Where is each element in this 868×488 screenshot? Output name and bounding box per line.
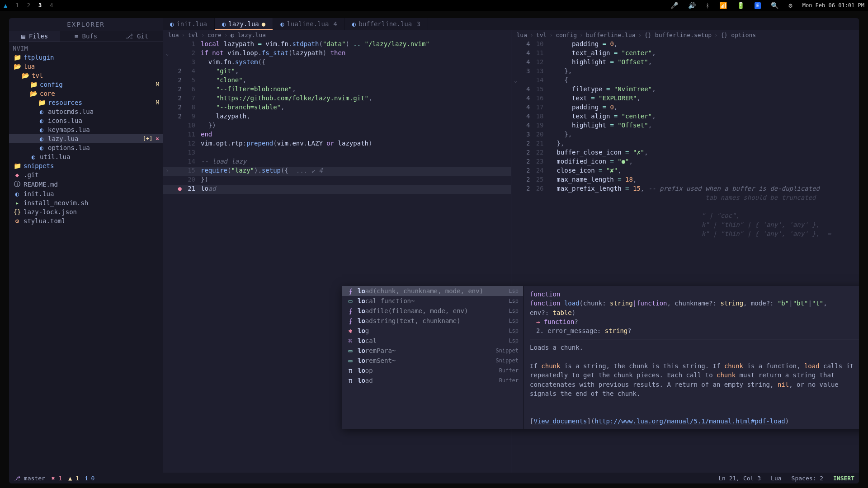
workspace-4[interactable]: 4 (50, 2, 53, 9)
breadcrumb-symbol[interactable]: {} options (721, 32, 756, 38)
tree-item[interactable]: ◐util.lua (9, 152, 163, 161)
search-icon[interactable]: 🔍 (771, 2, 778, 9)
tree-item[interactable]: {}lazy-lock.json (9, 207, 163, 216)
code-line[interactable]: 226 max_prefix_length = 15, -- prefix us… (511, 185, 859, 194)
code-line[interactable]: 3 vim.fn.system({ (163, 58, 511, 67)
wifi-icon[interactable]: 📶 (719, 2, 727, 9)
breadcrumb-item[interactable]: bufferline.lua (586, 32, 636, 38)
code-line[interactable]: 25 "clone", (163, 76, 511, 85)
completion-item[interactable]: ▭loremSent~Snippet (342, 356, 523, 366)
code-line[interactable]: 223 modified_icon = "●", (511, 158, 859, 167)
code-line[interactable]: 225 max_name_length = 18, (511, 176, 859, 185)
breadcrumb-item[interactable]: config (556, 32, 577, 38)
completion-popup[interactable]: ⨍load(chunk, chunkname, mode, env)Lsp▭lo… (342, 286, 859, 429)
tree-item[interactable]: 📁ftplugin (9, 53, 163, 62)
file-tree[interactable]: NVIM 📁ftplugin📂lua📂tvl📁configM📂core📁reso… (9, 42, 163, 473)
breadcrumb-item[interactable]: core (208, 32, 222, 38)
completion-item[interactable]: ▭local function~Lsp (342, 296, 523, 306)
workspace-2[interactable]: 2 (27, 2, 30, 9)
completion-item[interactable]: ⨍loadstring(text, chunkname)Lsp (342, 316, 523, 326)
breadcrumb-item[interactable]: lua (168, 32, 179, 38)
tree-item[interactable]: ◐init.lua (9, 189, 163, 198)
completion-item[interactable]: ▭loremPara~Snippet (342, 346, 523, 356)
workspace-3[interactable]: 3 (38, 2, 42, 9)
tree-item[interactable]: 📁resourcesM (9, 98, 163, 107)
code-line[interactable]: 224 close_icon = "✘", (511, 167, 859, 176)
code-line[interactable]: 416 text = "EXPLORER", (511, 94, 859, 103)
code-line[interactable]: 10 }) (163, 122, 511, 131)
code-line[interactable]: 29 lazypath, (163, 113, 511, 122)
breadcrumb-item[interactable]: tvl (188, 32, 198, 38)
tray-badge[interactable]: E (755, 2, 761, 9)
tab-bufferline-lua[interactable]: ◐bufferline.lua3 (345, 18, 428, 30)
code-line[interactable]: 412 highlight = "Offset", (511, 58, 859, 67)
code-line[interactable]: ⌄14 { (511, 76, 859, 85)
code-line[interactable]: 419 highlight = "Offset", (511, 122, 859, 131)
code-line[interactable]: 313 }, (511, 67, 859, 76)
volume-icon[interactable]: 🔊 (688, 2, 696, 9)
code-line[interactable]: 26 "--filter=blob:none", (163, 85, 511, 94)
completion-item[interactable]: ⨍load(chunk, chunkname, mode, env)Lsp (342, 286, 523, 296)
tree-item[interactable]: ⓘREADME.md (9, 179, 163, 189)
tree-item[interactable]: 📁configM (9, 80, 163, 89)
code-line[interactable]: 13 (163, 149, 511, 158)
code-line[interactable]: 418 text_align = "center", (511, 113, 859, 122)
tree-item[interactable]: ◐lazy.lua[+] ✖ (9, 134, 163, 143)
code-line[interactable]: 411 text_align = "center", (511, 49, 859, 58)
explorer-tab-files[interactable]: ▤ Files (9, 31, 60, 42)
breadcrumb-item[interactable]: tvl (536, 32, 547, 38)
code-line[interactable]: 12vim.opt.rtp:prepend(vim.env.LAZY or la… (163, 140, 511, 149)
tab-init-lua[interactable]: ◐init.lua (163, 18, 215, 30)
tree-item[interactable]: ◐autocmds.lua (9, 107, 163, 116)
bluetooth-icon[interactable]: ᚼ (706, 2, 709, 9)
code-line[interactable]: 222 buffer_close_icon = "✗", (511, 149, 859, 158)
tree-item[interactable]: ⚙stylua.toml (9, 216, 163, 225)
tree-item[interactable]: ◆.git (9, 170, 163, 179)
diag-errors[interactable]: ✖ 1 (52, 475, 62, 482)
tree-item[interactable]: 📂tvl (9, 71, 163, 80)
right-breadcrumb[interactable]: lua›tvl›config›bufferline.lua›{} bufferl… (511, 30, 859, 40)
tree-item[interactable]: 📂core (9, 89, 163, 98)
mic-icon[interactable]: 🎤 (670, 2, 678, 9)
tab-lualine-lua[interactable]: ◐lualine.lua4 (273, 18, 345, 30)
tree-item[interactable]: ◐options.lua (9, 143, 163, 152)
buffer-tabs[interactable]: ◐init.lua◐lazy.lua●◐lualine.lua4◐bufferl… (163, 18, 859, 30)
tree-item[interactable]: ▸install_neovim.sh (9, 198, 163, 207)
code-line[interactable]: ›15require("lazy").setup({ ... ↙ 4 (163, 167, 511, 176)
code-line[interactable]: 27 "https://github.com/folke/lazy.nvim.g… (163, 94, 511, 103)
code-line[interactable]: 24 "git", (163, 67, 511, 76)
code-line[interactable]: ⌄2if not vim.loop.fs_stat(lazypath) then (163, 49, 511, 58)
battery-icon[interactable]: 🔋 (737, 2, 745, 9)
explorer-tab-git[interactable]: ⎇ Git (112, 31, 163, 42)
completion-item[interactable]: ⌘localLsp (342, 336, 523, 346)
code-line[interactable]: 28 "--branch=stable", (163, 103, 511, 113)
code-line[interactable]: 417 padding = 0, (511, 103, 859, 113)
breadcrumb-item[interactable]: lua (517, 32, 527, 38)
code-line[interactable]: 20}) (163, 176, 511, 185)
breadcrumb-symbol[interactable]: {} bufferline.setup (644, 32, 712, 38)
diag-warnings[interactable]: ▲ 1 (68, 475, 79, 482)
tree-item[interactable]: ◐icons.lua (9, 116, 163, 125)
tree-item[interactable]: 📁snippets (9, 161, 163, 170)
completion-item[interactable]: ✱logLsp (342, 326, 523, 336)
completion-item[interactable]: πloopBuffer (342, 366, 523, 375)
tree-item[interactable]: 📂lua (9, 62, 163, 71)
left-breadcrumb[interactable]: lua›tvl›core›◐ lazy.lua (163, 30, 511, 40)
explorer-tab-bufs[interactable]: ≡ Bufs (60, 31, 111, 42)
completion-list[interactable]: ⨍load(chunk, chunkname, mode, env)Lsp▭lo… (342, 286, 523, 429)
code-line[interactable]: 11end (163, 131, 511, 140)
doc-link[interactable]: View documents (533, 418, 587, 425)
workspace-1[interactable]: 1 (15, 2, 19, 9)
code-line[interactable]: 320 }, (511, 131, 859, 140)
completion-item[interactable]: ⨍loadfile(filename, mode, env)Lsp (342, 306, 523, 316)
code-line[interactable]: ●21load (163, 185, 511, 194)
breadcrumb-item[interactable]: ◐ lazy.lua (231, 32, 266, 38)
completion-item[interactable]: πloadBuffer (342, 375, 523, 385)
settings-icon[interactable]: ⚙ (788, 2, 792, 9)
tab-lazy-lua[interactable]: ◐lazy.lua● (215, 18, 273, 30)
diag-info[interactable]: ℹ 0 (85, 475, 95, 482)
code-line[interactable]: 1local lazypath = vim.fn.stdpath("data")… (163, 40, 511, 49)
code-line[interactable]: 14-- load lazy (163, 158, 511, 167)
tree-item[interactable]: ◐keymaps.lua (9, 125, 163, 134)
code-line[interactable]: 415 filetype = "NvimTree", (511, 85, 859, 94)
